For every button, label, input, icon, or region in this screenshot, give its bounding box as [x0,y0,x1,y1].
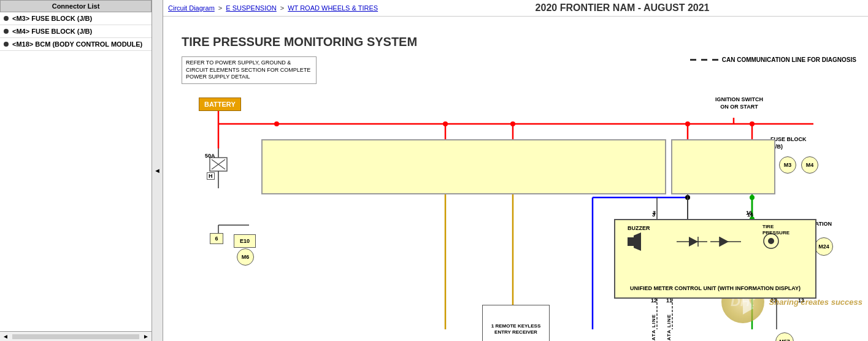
svg-marker-56 [634,232,641,251]
can-line-symbol [690,59,718,61]
data-line-label-2: DATA LINE [666,302,672,341]
connector-m3[interactable]: M3 [779,156,796,174]
svg-rect-55 [628,237,634,246]
svg-point-3 [510,121,515,126]
breadcrumb-sep2: > [280,4,284,12]
fuse-block-main [261,139,666,194]
dot-m4 [4,29,9,34]
can-legend-text: CAN COMMUNICATION LINE FOR DIAGNOSIS [722,56,856,63]
sidebar: Connector List <M3> FUSE BLOCK (J/B) <M4… [0,0,152,341]
sidebar-item-m18[interactable]: <M18> BCM (BODY CONTROL MODULE) [0,38,152,51]
svg-point-43 [750,195,755,200]
collapse-icon: ◄ [154,167,161,174]
svg-point-2 [443,121,448,126]
connector-m57[interactable]: M57 [775,332,794,341]
ctrl-pin-3: 3 [652,212,655,218]
breadcrumb-circuit-diagram[interactable]: Circuit Diagram [168,4,215,12]
diagram-note: REFER TO POWER SUPPLY, GROUND & CIRCUIT … [182,56,317,84]
sidebar-list[interactable]: <M3> FUSE BLOCK (J/B) <M4> FUSE BLOCK (J… [0,12,152,331]
num-badge-6: 6 [210,233,223,244]
sidebar-item-m4[interactable]: <M4> FUSE BLOCK (J/B) [0,25,152,38]
control-unit-box: BUZZER TIRE PRESSURE [614,219,816,299]
sidebar-header: Connector List [0,0,152,12]
collapse-sidebar-button[interactable]: ◄ [152,0,163,341]
svg-point-64 [768,238,774,244]
breadcrumb-wt-road-wheels[interactable]: WT ROAD WHEELS & TIRES [288,4,378,12]
main-area[interactable]: Circuit Diagram > E SUSPENSION > WT ROAD… [163,0,868,341]
scroll-right-btn[interactable]: ► [140,333,152,340]
data-line-label-1: DATA LINE [651,302,656,341]
sidebar-item-m3[interactable]: <M3> FUSE BLOCK (J/B) [0,12,152,25]
top-bar: Circuit Diagram > E SUSPENSION > WT ROAD… [163,0,868,17]
keyless-label: 1 REMOTE KEYLESS ENTRY RECEIVER [485,323,547,336]
dot-m3 [4,16,9,21]
fuse-50a-code: H [207,172,215,180]
diagram-title: TIRE PRESSURE MONITORING SYSTEM [182,35,417,49]
tire-pressure-label: TIRE PRESSURE [762,224,789,236]
sidebar-label-m3: <M3> FUSE BLOCK (J/B) [12,15,92,22]
connector-m24[interactable]: M24 [815,237,833,256]
svg-line-11 [212,159,225,169]
svg-point-42 [685,195,690,200]
fuse-block-jb-label: FUSE BLOCK(J/B) [770,136,807,150]
scroll-left-btn[interactable]: ◄ [0,333,11,340]
svg-point-4 [685,121,690,126]
buzzer-label: BUZZER [628,225,650,231]
diode-symbol1 [677,232,713,251]
diagram-canvas: TIRE PRESSURE MONITORING SYSTEM REFER TO… [163,17,868,329]
dot-m18 [4,42,9,47]
svg-marker-61 [720,237,729,247]
svg-point-5 [750,121,755,126]
sidebar-label-m18: <M18> BCM (BODY CONTROL MODULE) [12,40,142,48]
ctrl-pin-16: 16 [747,212,753,218]
ignition-switch-label: IGNITION SWITCH ON OR START [715,96,763,110]
svg-point-1 [274,121,279,126]
connector-e10[interactable]: E10 [234,234,256,248]
fuse-block-right [671,139,775,194]
svg-line-10 [212,159,225,169]
connector-m4[interactable]: M4 [801,156,818,174]
control-unit-title: UNIFIED METER CONTROL UNIT (WITH INFORMA… [615,285,815,293]
sidebar-label-m4: <M4> FUSE BLOCK (J/B) [12,28,92,35]
breadcrumb-sep1: > [218,4,222,12]
breadcrumb-e-suspension[interactable]: E SUSPENSION [226,4,277,12]
keyless-receiver-box: 1 REMOTE KEYLESS ENTRY RECEIVER [482,305,550,341]
svg-marker-58 [689,237,698,247]
svg-rect-9 [210,158,227,171]
battery-box: BATTERY [199,98,241,111]
fuse-50a-label: 50A [205,153,215,159]
diode-symbol2 [710,232,747,251]
sidebar-bottom-bar: ◄ ► [0,331,152,341]
buzzer-symbol [628,232,649,251]
can-legend: CAN COMMUNICATION LINE FOR DIAGNOSIS [690,56,856,63]
connector-m6[interactable]: M6 [237,248,254,266]
page-title: 2020 FRONTIER NAM - AUGUST 2021 [382,2,863,13]
